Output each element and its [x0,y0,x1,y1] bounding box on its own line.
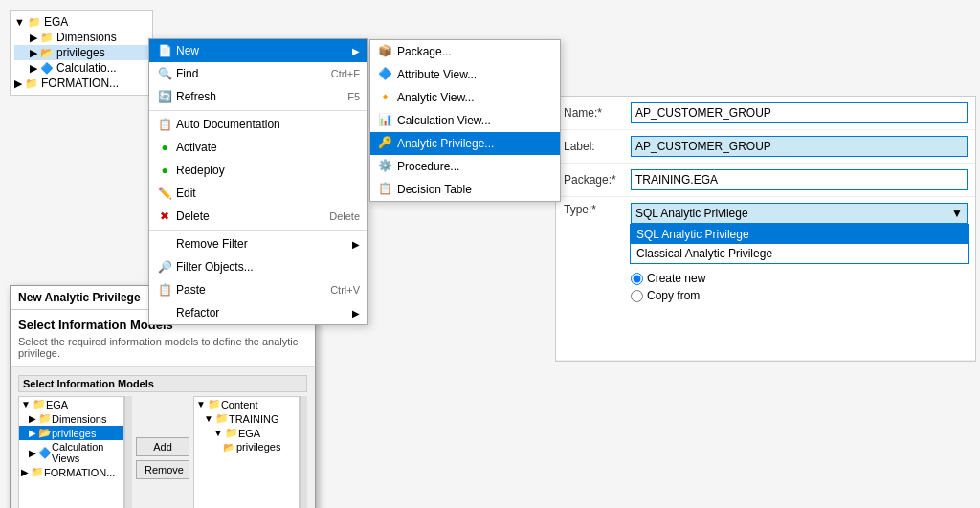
package-input[interactable] [631,169,968,190]
tree-item-privileges[interactable]: ▶ 📂 privileges [14,45,148,60]
dright-tree-item-ega[interactable]: ▼ 📁 EGA [194,426,299,440]
procedure-icon: ⚙️ [378,159,393,174]
dleft-tree-item-privileges[interactable]: ▶ 📂 privileges [19,426,123,440]
radio-copy-from[interactable]: Copy from [631,289,968,302]
menu-item-redeploy[interactable]: ● Redeploy [149,159,368,182]
scrollbar-right[interactable] [300,396,307,508]
folder-icon: 📁 [208,398,221,410]
calc-icon: 🔷 [38,447,52,459]
dright-tree-item-privileges[interactable]: 📂 privileges [194,440,299,453]
expand-icon: ▶ [14,77,22,90]
expand-icon: ▶ [21,467,29,477]
submenu-item-attrview[interactable]: 🔷 Attribute View... [370,63,560,86]
dleft-tree-item-ega[interactable]: ▼ 📁 EGA [19,397,123,411]
submenu-arrow: ▶ [352,239,360,250]
dleft-tree-item-calcviews[interactable]: ▶ 🔷 Calculation Views [19,440,123,465]
menu-divider-1 [149,110,368,111]
submenu-item-decisiontable[interactable]: 📋 Decision Table [370,178,560,201]
delete-icon: ✖ [157,209,172,224]
dright-tree-item-content[interactable]: ▼ 📁 Content [194,397,299,411]
submenu-item-analyticprivilege[interactable]: 🔑 Analytic Privilege... [370,132,560,155]
tree-item-calculation[interactable]: ▶ 🔷 Calculatio... [14,60,148,76]
expand-icon: ▼ [196,399,206,409]
expand-icon: ▼ [21,399,31,409]
tree-item-ega[interactable]: ▼ 📁 EGA [14,14,148,30]
menu-item-paste[interactable]: 📋 Paste Ctrl+V [149,278,368,301]
decisiontable-icon: 📋 [378,182,393,197]
remove-button[interactable]: Remove [136,460,189,479]
menu-divider-2 [149,230,368,231]
folder-icon: 📁 [25,77,38,90]
expand-icon: ▼ [14,16,25,28]
form-row-type: Type:* SQL Analytic Privilege ▼ SQL Anal… [556,197,975,361]
activate-icon: ● [157,140,172,155]
folder-icon: 📁 [40,32,54,44]
menu-item-refactor[interactable]: Refactor ▶ [149,301,368,324]
expand-icon: ▶ [29,413,36,424]
menu-item-filterobjects[interactable]: 🔎 Filter Objects... [149,255,368,278]
dialog-body: Select Information Models ▼ 📁 EGA ▶ 📁 Di… [11,367,315,508]
expand-icon: ▶ [30,32,37,44]
dleft-tree-item-dimensions[interactable]: ▶ 📁 Dimensions [19,411,123,426]
dialog-section-title: Select Information Models [18,375,307,392]
menu-item-delete[interactable]: ✖ Delete Delete [149,205,368,228]
package-label: Package:* [564,173,631,187]
folder-icon: 📁 [31,466,44,478]
scrollbar[interactable] [124,396,132,508]
submenu-item-calcview[interactable]: 📊 Calculation View... [370,109,560,132]
find-icon: 🔍 [157,66,172,81]
redeploy-icon: ● [157,163,172,178]
folder-icon: 📁 [38,412,52,425]
menu-item-new[interactable]: 📄 New ▶ [149,39,368,62]
submenu-item-package[interactable]: 📦 Package... [370,40,560,63]
name-input[interactable] [631,102,968,123]
expand-icon: ▼ [213,428,223,438]
privileges-icon: 📂 [40,47,54,59]
submenu-arrow: ▶ [352,46,360,56]
package-icon: 📦 [378,44,393,59]
type-dropdown[interactable]: SQL Analytic Privilege ▼ [631,203,968,224]
menu-item-removefilter[interactable]: Remove Filter ▶ [149,232,368,255]
dialog-header-subtitle: Select the required information models t… [18,336,307,359]
dropdown-arrow: ▼ [951,207,963,220]
paste-icon: 📋 [157,282,172,298]
new-icon: 📄 [157,43,172,58]
submenu-item-procedure[interactable]: ⚙️ Procedure... [370,155,560,178]
submenu-item-analyticview[interactable]: 🔸 Analytic View... [370,86,560,109]
left-panel-wrapper: ▼ 📁 EGA ▶ 📁 Dimensions ▶ 📂 privileges [18,396,132,508]
type-label: Type:* [564,203,631,216]
attrview-icon: 🔷 [378,67,393,82]
form-panel: Name:* Label: Package:* Type:* SQL Analy… [555,96,976,362]
add-button[interactable]: Add [136,437,189,456]
dialog-right-panel: ▼ 📁 Content ▼ 📁 TRAINING ▼ 📁 EGA [193,396,300,508]
dialog-middle-buttons: Add Remove [136,396,189,508]
analyticview-icon: 🔸 [378,90,393,105]
refactor-icon [157,305,172,320]
tree-item-formation[interactable]: ▶ 📁 FORMATION... [14,76,148,91]
expand-icon: ▶ [29,428,36,438]
autodoc-icon: 📋 [157,117,172,132]
label-input[interactable] [631,136,968,157]
menu-item-refresh[interactable]: 🔄 Refresh F5 [149,85,368,108]
expand-icon: ▼ [204,413,213,424]
refresh-icon: 🔄 [157,89,172,104]
edit-icon: ✏️ [157,186,172,201]
calcview-icon: 📊 [378,113,393,128]
label-label: Label: [564,140,631,153]
menu-item-edit[interactable]: ✏️ Edit [149,182,368,205]
dropdown-option-sql[interactable]: SQL Analytic Privilege [631,225,968,244]
form-row-label: Label: [556,130,975,164]
right-panel-wrapper: ▼ 📁 Content ▼ 📁 TRAINING ▼ 📁 EGA [193,396,307,508]
context-menu: 📄 New ▶ 🔍 Find Ctrl+F 🔄 Refresh F5 📋 Aut… [148,38,368,325]
menu-item-autodoc[interactable]: 📋 Auto Documentation [149,113,368,136]
dright-tree-item-training[interactable]: ▼ 📁 TRAINING [194,411,299,426]
folder-icon: 📁 [28,16,41,29]
tree-item-dimensions[interactable]: ▶ 📁 Dimensions [14,30,148,45]
dleft-tree-item-formation[interactable]: ▶ 📁 FORMATION... [19,465,123,479]
filterobjects-icon: 🔎 [157,259,172,275]
radio-create-new[interactable]: Create new [631,272,968,285]
menu-item-find[interactable]: 🔍 Find Ctrl+F [149,62,368,85]
menu-item-activate[interactable]: ● Activate [149,136,368,159]
privileges-icon: 📂 [38,427,52,439]
dropdown-option-classical[interactable]: Classical Analytic Privilege [631,244,968,263]
